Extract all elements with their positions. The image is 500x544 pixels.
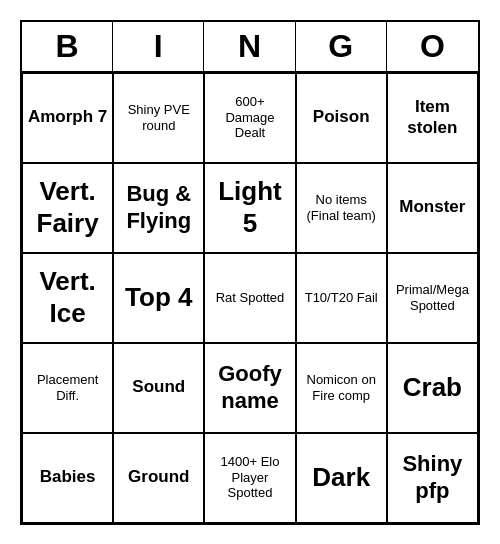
bingo-cell-14: Primal/Mega Spotted bbox=[387, 253, 478, 343]
bingo-cell-24: Shiny pfp bbox=[387, 433, 478, 523]
bingo-cell-10: Vert. Ice bbox=[22, 253, 113, 343]
bingo-grid: Amorph 7Shiny PVE round600+ Damage Dealt… bbox=[22, 73, 478, 523]
bingo-cell-2: 600+ Damage Dealt bbox=[204, 73, 295, 163]
bingo-card: BINGO Amorph 7Shiny PVE round600+ Damage… bbox=[20, 20, 480, 525]
header-letter-I: I bbox=[113, 22, 204, 71]
header-letter-O: O bbox=[387, 22, 478, 71]
bingo-cell-17: Goofy name bbox=[204, 343, 295, 433]
bingo-cell-5: Vert. Fairy bbox=[22, 163, 113, 253]
bingo-cell-7: Light 5 bbox=[204, 163, 295, 253]
bingo-cell-18: Nomicon on Fire comp bbox=[296, 343, 387, 433]
bingo-cell-9: Monster bbox=[387, 163, 478, 253]
bingo-cell-15: Placement Diff. bbox=[22, 343, 113, 433]
header-letter-B: B bbox=[22, 22, 113, 71]
bingo-cell-11: Top 4 bbox=[113, 253, 204, 343]
bingo-cell-12: Rat Spotted bbox=[204, 253, 295, 343]
bingo-cell-21: Ground bbox=[113, 433, 204, 523]
bingo-cell-22: 1400+ Elo Player Spotted bbox=[204, 433, 295, 523]
header-letter-N: N bbox=[204, 22, 295, 71]
header-letter-G: G bbox=[296, 22, 387, 71]
bingo-cell-16: Sound bbox=[113, 343, 204, 433]
bingo-cell-4: Item stolen bbox=[387, 73, 478, 163]
bingo-cell-0: Amorph 7 bbox=[22, 73, 113, 163]
bingo-cell-8: No items (Final team) bbox=[296, 163, 387, 253]
bingo-cell-23: Dark bbox=[296, 433, 387, 523]
bingo-cell-13: T10/T20 Fail bbox=[296, 253, 387, 343]
bingo-cell-3: Poison bbox=[296, 73, 387, 163]
bingo-header: BINGO bbox=[22, 22, 478, 73]
bingo-cell-20: Babies bbox=[22, 433, 113, 523]
bingo-cell-6: Bug & Flying bbox=[113, 163, 204, 253]
bingo-cell-19: Crab bbox=[387, 343, 478, 433]
bingo-cell-1: Shiny PVE round bbox=[113, 73, 204, 163]
